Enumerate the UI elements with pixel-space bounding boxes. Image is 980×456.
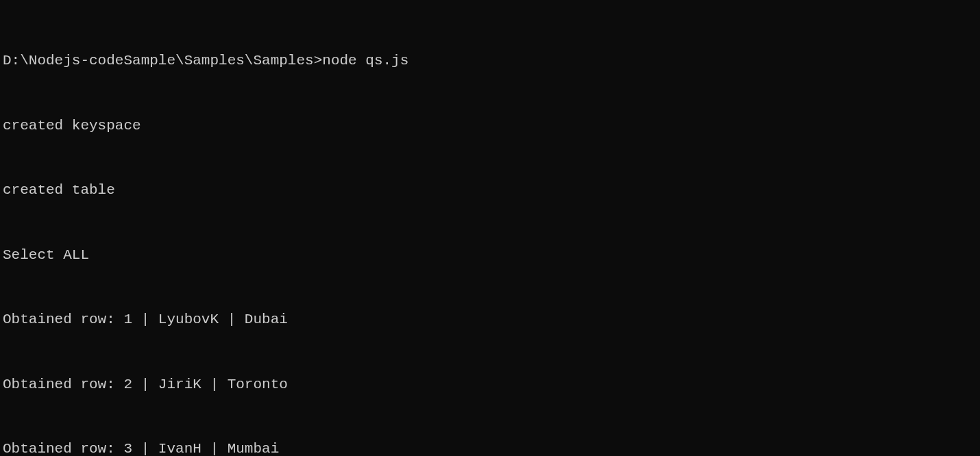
prompt-path: D:\Nodejs-codeSample\Samples\Samples>: [3, 53, 322, 68]
command-text: node qs.js: [322, 53, 408, 68]
output-line: Select ALL: [3, 244, 980, 266]
command-line: D:\Nodejs-codeSample\Samples\Samples>nod…: [3, 50, 980, 72]
output-line: created keyspace: [3, 115, 980, 137]
output-line: created table: [3, 179, 980, 201]
output-row: Obtained row: 3 | IvanH | Mumbai: [3, 438, 980, 456]
output-row: Obtained row: 1 | LyubovK | Dubai: [3, 309, 980, 331]
output-row: Obtained row: 2 | JiriK | Toronto: [3, 374, 980, 396]
terminal-window[interactable]: D:\Nodejs-codeSample\Samples\Samples>nod…: [3, 7, 980, 456]
